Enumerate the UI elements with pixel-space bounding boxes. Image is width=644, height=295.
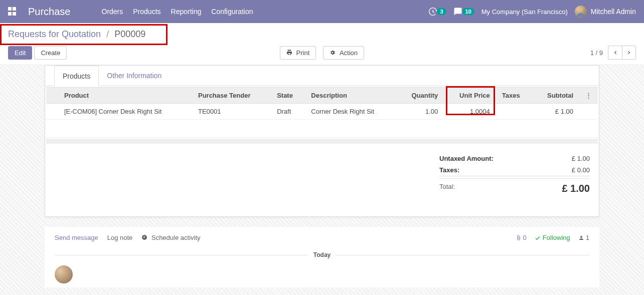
untaxed-value: £ 1.00	[572, 155, 590, 162]
taxes-label: Taxes:	[439, 166, 459, 174]
untaxed-label: Untaxed Amount:	[439, 155, 494, 162]
print-button[interactable]: Print	[280, 46, 316, 60]
col-taxes[interactable]: Taxes	[496, 88, 533, 104]
cell-unit-price: 1.0004	[444, 104, 496, 120]
message-row	[45, 261, 599, 287]
total-value: £ 1.00	[562, 183, 590, 194]
menu-configuration[interactable]: Configuration	[211, 8, 253, 16]
app-title[interactable]: Purchase	[28, 6, 71, 18]
cell-subtotal: £ 1.00	[533, 104, 579, 120]
breadcrumb: Requests for Quotation / P00009	[8, 29, 145, 40]
attachments-button[interactable]: 0	[516, 234, 527, 241]
cell-tender: TE0001	[192, 104, 271, 120]
tab-other-information[interactable]: Other Information	[99, 66, 170, 86]
table-header-row: Product Purchase Tender State Descriptio…	[46, 88, 598, 104]
cell-quantity: 1.00	[397, 104, 444, 120]
menu-reporting[interactable]: Reporting	[171, 8, 202, 16]
paperclip-icon	[516, 235, 522, 241]
action-button[interactable]: Action	[323, 46, 364, 60]
order-lines-table: Product Purchase Tender State Descriptio…	[46, 87, 598, 120]
control-panel: Requests for Quotation / P00009 Edit Cre…	[0, 23, 644, 65]
activity-icon[interactable]: 3	[429, 8, 446, 16]
activity-count: 3	[437, 8, 446, 15]
check-icon	[535, 235, 541, 241]
discuss-icon[interactable]: 10	[453, 7, 474, 16]
breadcrumb-current: P00009	[114, 29, 145, 39]
svg-point-0	[579, 8, 583, 12]
cell-description: Corner Desk Right Sit	[305, 104, 397, 120]
clock-icon	[141, 234, 149, 241]
gear-icon	[330, 49, 338, 57]
date-separator: Today	[45, 248, 599, 261]
followers-button[interactable]: 1	[578, 234, 589, 241]
menu-products[interactable]: Products	[133, 8, 160, 16]
col-tender[interactable]: Purchase Tender	[192, 88, 271, 104]
company-selector[interactable]: My Company (San Francisco)	[481, 8, 568, 16]
user-menu[interactable]: Mitchell Admin	[575, 6, 636, 18]
create-button[interactable]: Create	[34, 46, 67, 60]
following-button[interactable]: Following	[535, 234, 570, 241]
col-quantity[interactable]: Quantity	[397, 88, 444, 104]
totals: Untaxed Amount: £ 1.00 Taxes: £ 0.00 Tot…	[434, 153, 595, 196]
notebook-tabs: Products Other Information	[45, 66, 599, 86]
taxes-value: £ 0.00	[572, 166, 590, 174]
apps-icon[interactable]	[8, 7, 17, 16]
avatar	[575, 6, 587, 18]
col-subtotal[interactable]: Subtotal	[533, 88, 579, 104]
top-navbar: Purchase Orders Products Reporting Confi…	[0, 0, 644, 23]
pager-next[interactable]	[622, 46, 636, 60]
col-unit-price[interactable]: Unit Price	[444, 88, 496, 104]
table-row[interactable]: [E-COM06] Corner Desk Right Sit TE0001 D…	[46, 104, 598, 120]
chevron-right-icon	[626, 50, 631, 55]
cell-product: [E-COM06] Corner Desk Right Sit	[58, 104, 192, 120]
col-description[interactable]: Description	[305, 88, 397, 104]
discuss-count: 10	[462, 8, 474, 15]
col-product[interactable]: Product	[58, 88, 192, 104]
breadcrumb-parent[interactable]: Requests for Quotation	[8, 29, 101, 39]
send-message-button[interactable]: Send message	[55, 234, 98, 241]
col-state[interactable]: State	[271, 88, 305, 104]
chatter: Send message Log note Schedule activity …	[45, 227, 599, 287]
log-note-button[interactable]: Log note	[107, 234, 133, 241]
menu-orders[interactable]: Orders	[102, 8, 123, 16]
table-footer-bar	[46, 139, 598, 144]
pager-prev[interactable]	[608, 46, 622, 60]
message-avatar	[55, 265, 73, 283]
breadcrumb-separator: /	[106, 29, 109, 39]
person-icon	[578, 235, 584, 241]
cell-state: Draft	[271, 104, 305, 120]
print-icon	[286, 49, 294, 57]
edit-button[interactable]: Edit	[8, 46, 32, 60]
pager-text[interactable]: 1 / 9	[590, 49, 603, 57]
columns-menu-icon[interactable]: ⋮	[585, 92, 592, 99]
tab-products[interactable]: Products	[54, 66, 99, 86]
total-label: Total:	[439, 183, 455, 194]
chevron-left-icon	[613, 50, 618, 55]
user-name: Mitchell Admin	[591, 8, 636, 16]
cell-taxes	[496, 104, 533, 120]
schedule-activity-button[interactable]: Schedule activity	[141, 234, 200, 241]
